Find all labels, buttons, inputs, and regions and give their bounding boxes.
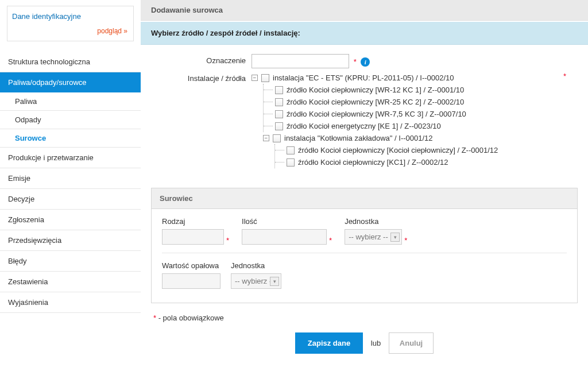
label-wartosc: Wartość opałowa (162, 261, 220, 270)
rodzaj-input[interactable] (162, 229, 224, 245)
label-rodzaj: Rodzaj (162, 217, 231, 226)
sidebar-item-bledy[interactable]: Błędy (0, 251, 141, 272)
tree-toggle-icon[interactable]: − (252, 75, 258, 81)
required-asterisk: * (354, 57, 357, 66)
tree-child-label[interactable]: źródło Kocioł ciepłowniczy [WR-7,5 KC 3]… (287, 110, 466, 118)
sidebar-item-zestawienia[interactable]: Zestawienia (0, 272, 141, 292)
tree-child: źródło Kocioł ciepłowniczy [WR-7,5 KC 3]… (264, 108, 578, 120)
form-area: Oznaczenie * i Instalacje / źródła * − (141, 45, 588, 181)
tree-node-installation-1: − instalacja "EC - ETS" (KPRU: PL-2011-0… (252, 72, 578, 84)
tree-toggle-icon[interactable]: − (263, 135, 269, 141)
sidebar: Dane identyfikacyjne podgląd » Struktura… (0, 0, 141, 365)
note-text: - pola obowiązkowe (156, 314, 224, 322)
tree-node-label[interactable]: instalacja "EC - ETS" (KPRU: PL-2011-05)… (273, 74, 454, 82)
divider (162, 253, 567, 253)
tree-checkbox[interactable] (261, 74, 269, 82)
tree-child: źródło Kocioł ciepłowniczy [WR-12 KC 1] … (264, 84, 578, 96)
tree-child-label[interactable]: źródło Kocioł ciepłowniczy [WR-12 KC 1] … (287, 86, 464, 94)
tree-node-label[interactable]: instalacja "Kotłownia zakładowa" / I--00… (284, 134, 433, 142)
sidebar-item-decyzje[interactable]: Decyzje (0, 189, 141, 210)
tree-child: źródło Kocioł ciepłowniczy [Kocioł ciepł… (275, 144, 578, 156)
sidebar-item-zgloszenia[interactable]: Zgłoszenia (0, 210, 141, 230)
panel-title: Surowiec (152, 188, 577, 209)
main-content: Dodawanie surowca Wybierz źródło / zespó… (141, 0, 588, 365)
tree-checkbox[interactable] (275, 110, 283, 118)
installations-tree: − instalacja "EC - ETS" (KPRU: PL-2011-0… (252, 72, 578, 168)
sidebar-item-wyjasnienia[interactable]: Wyjaśnienia (0, 292, 141, 313)
tree-child: źródło Kocioł ciepłowniczy [KC1] / Z--00… (275, 156, 578, 168)
label-jednostka-2: Jednostka (231, 261, 281, 270)
required-asterisk: * (226, 236, 229, 245)
actions-bar: Zapisz dane lub Anuluj (141, 332, 588, 354)
required-asterisk: * (329, 236, 332, 245)
sidebar-item-emisje[interactable]: Emisje (0, 168, 141, 189)
surowiec-panel: Surowiec Rodzaj * Ilość * (151, 188, 578, 303)
section-title: Wybierz źródło / zespół źródeł / instala… (141, 22, 588, 45)
label-instalacje: Instalacje / źródła (151, 72, 252, 168)
cancel-button[interactable]: Anuluj (389, 332, 434, 354)
tree-child-label[interactable]: źródło Kocioł energetyczny [KE 1] / Z--0… (287, 122, 441, 130)
sidebar-sub-paliwa[interactable]: Paliwa (0, 92, 141, 111)
tree-checkbox[interactable] (275, 86, 283, 94)
preview-link[interactable]: podgląd » (97, 27, 127, 35)
tree-children-1: źródło Kocioł ciepłowniczy [WR-12 KC 1] … (263, 84, 578, 132)
select-placeholder: -- wybierz -- (349, 233, 388, 241)
or-text: lub (371, 339, 381, 347)
tree-checkbox[interactable] (275, 122, 283, 130)
tree-child: źródło Kocioł energetyczny [KE 1] / Z--0… (264, 120, 578, 132)
oznaczenie-input[interactable] (252, 54, 349, 68)
tree-child-label[interactable]: źródło Kocioł ciepłowniczy [WR-25 KC 2] … (287, 98, 464, 106)
tree-child-label[interactable]: źródło Kocioł ciepłowniczy [Kocioł ciepł… (298, 146, 498, 154)
ilosc-input[interactable] (242, 229, 327, 245)
tree-checkbox[interactable] (287, 146, 295, 154)
tree-node-installation-2: − instalacja "Kotłownia zakładowa" / I--… (263, 132, 578, 144)
tree-child-label[interactable]: źródło Kocioł ciepłowniczy [KC1] / Z--00… (298, 158, 448, 167)
sidebar-sub-odpady[interactable]: Odpady (0, 111, 141, 129)
identification-title[interactable]: Dane identyfikacyjne (12, 12, 129, 21)
select-placeholder: -- wybierz -- (235, 277, 274, 285)
label-ilosc: Ilość (242, 217, 334, 226)
label-oznaczenie: Oznaczenie (151, 54, 252, 68)
tree-child: źródło Kocioł ciepłowniczy [WR-25 KC 2] … (264, 96, 578, 108)
sidebar-item-struktura[interactable]: Struktura technologiczna (0, 52, 141, 72)
tree-checkbox[interactable] (275, 98, 283, 106)
tree-checkbox[interactable] (273, 134, 281, 142)
tree-checkbox[interactable] (287, 158, 295, 167)
sidebar-item-produkcje[interactable]: Produkcje i przetwarzanie (0, 148, 141, 168)
save-button[interactable]: Zapisz dane (295, 332, 363, 354)
jednostka-select[interactable]: -- wybierz -- ▾ (345, 229, 402, 245)
label-jednostka: Jednostka (345, 217, 409, 226)
sidebar-menu: Struktura technologiczna Paliwa/odpady/s… (0, 52, 141, 313)
chevron-down-icon: ▾ (390, 233, 400, 242)
required-asterisk: * (404, 236, 407, 245)
sidebar-item-przedsiewziecia[interactable]: Przedsięwzięcia (0, 230, 141, 251)
sidebar-item-paliwa-odpady-surowce[interactable]: Paliwa/odpady/surowce (0, 72, 141, 92)
wartosc-input[interactable] (162, 273, 220, 289)
sidebar-sub-surowce[interactable]: Surowce (0, 129, 141, 148)
identification-box: Dane identyfikacyjne podgląd » (7, 6, 134, 41)
jednostka-select-2[interactable]: -- wybierz -- ▾ (231, 273, 281, 289)
chevron-down-icon: ▾ (270, 277, 279, 286)
info-icon[interactable]: i (361, 57, 370, 67)
page-title: Dodawanie surowca (141, 0, 588, 21)
required-note: * - pola obowiązkowe (153, 314, 575, 322)
tree-children-2: źródło Kocioł ciepłowniczy [Kocioł ciepł… (274, 144, 578, 168)
